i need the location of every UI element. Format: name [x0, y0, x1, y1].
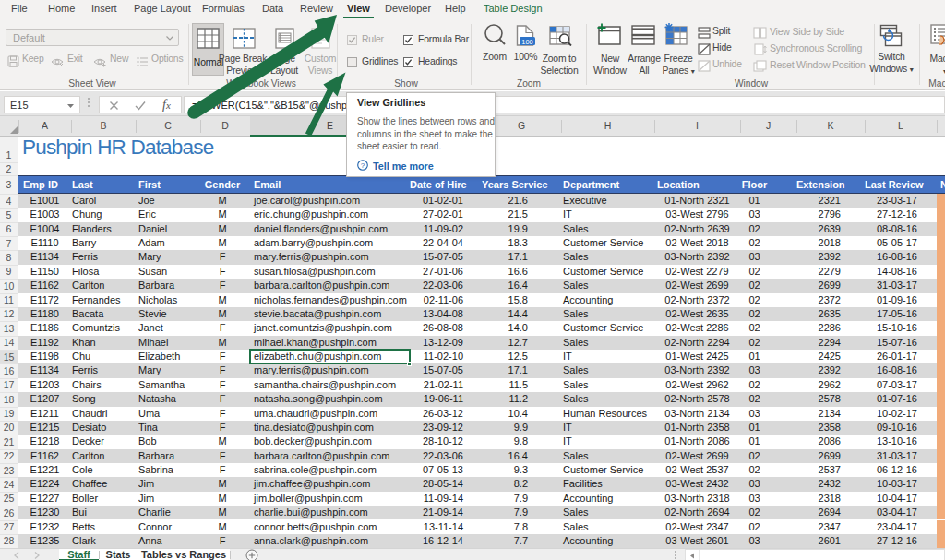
svg-text:100: 100: [521, 38, 533, 46]
svg-text:?: ?: [361, 161, 365, 170]
